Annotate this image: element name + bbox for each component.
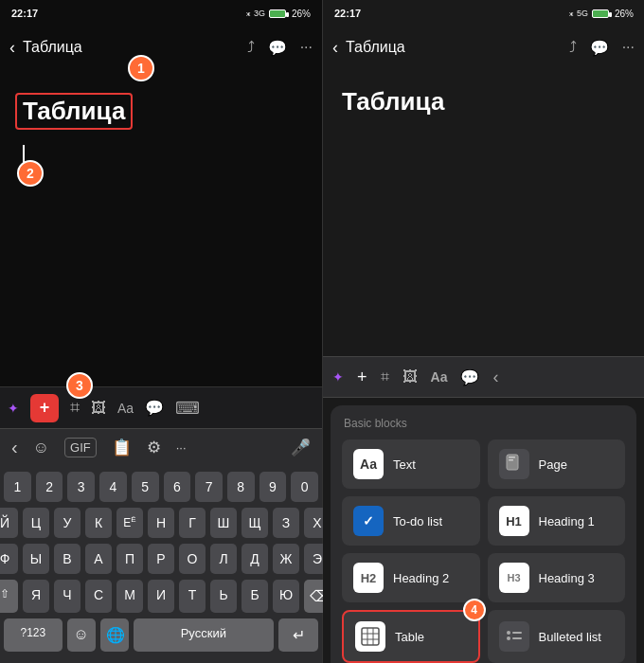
key-9[interactable]: 9: [259, 472, 287, 502]
back-button-left[interactable]: ‹: [9, 38, 15, 58]
key-д[interactable]: Д: [242, 544, 268, 574]
key-5[interactable]: 5: [132, 472, 159, 502]
shift-key[interactable]: ⇧: [0, 580, 18, 613]
crop-icon-left[interactable]: ⌗: [70, 398, 80, 418]
key-7[interactable]: 7: [195, 472, 223, 502]
globe-key[interactable]: 🌐: [100, 618, 129, 652]
key-м[interactable]: С: [85, 580, 112, 613]
block-table[interactable]: 4 Table: [342, 610, 480, 663]
space-key[interactable]: Русский: [134, 618, 274, 652]
block-text[interactable]: Aa Text: [342, 439, 480, 489]
block-icon-text: Aa: [353, 449, 384, 479]
key-п[interactable]: П: [116, 544, 143, 574]
key-к[interactable]: К: [85, 508, 112, 538]
badge-4: 4: [463, 599, 486, 621]
clipboard-icon[interactable]: 📋: [112, 438, 132, 457]
key-ь[interactable]: Т: [179, 580, 206, 613]
key-ш[interactable]: Ш: [210, 508, 237, 538]
chat-icon-left[interactable]: 💬: [268, 39, 287, 57]
key-в[interactable]: В: [54, 544, 80, 574]
key-ю2[interactable]: Ю: [273, 580, 299, 613]
content-area-right: Таблица: [323, 68, 644, 356]
svg-rect-1: [509, 457, 515, 458]
key-с[interactable]: Ч: [54, 580, 80, 613]
key-3[interactable]: 3: [67, 472, 95, 502]
block-icon-page: [499, 449, 529, 479]
enter-key[interactable]: ↵: [278, 618, 318, 652]
more-icon-right[interactable]: ···: [622, 39, 635, 56]
key-б[interactable]: Ь: [210, 580, 237, 613]
more-toolbar2[interactable]: ···: [176, 440, 187, 455]
share-icon-left[interactable]: ⤴: [247, 39, 255, 56]
emoji-key[interactable]: ☺: [67, 618, 96, 652]
badge-1: 1: [128, 55, 154, 81]
back-button-right[interactable]: ‹: [332, 38, 338, 58]
add-icon-right[interactable]: +: [357, 367, 367, 387]
numeric-key[interactable]: ?123: [4, 618, 63, 652]
key-н[interactable]: Н: [148, 508, 174, 538]
add-button-left[interactable]: +: [30, 394, 59, 422]
key-6[interactable]: 6: [164, 472, 191, 502]
mic-icon-left[interactable]: 🎤: [291, 438, 311, 457]
block-label-h3: Heading 3: [539, 571, 595, 585]
image-icon-left[interactable]: 🖼: [91, 400, 106, 417]
more-icon-left[interactable]: ···: [300, 39, 313, 56]
block-bulleted[interactable]: Bulleted list: [488, 610, 626, 663]
key-й[interactable]: Й: [0, 508, 18, 538]
key-ю[interactable]: Б: [242, 580, 268, 613]
svg-point-9: [507, 636, 510, 640]
chat-icon-right[interactable]: 💬: [590, 39, 609, 57]
block-h3[interactable]: H3 Heading 3: [488, 553, 626, 602]
key-г[interactable]: Г: [179, 508, 206, 538]
key-1[interactable]: 1: [4, 472, 31, 502]
block-icon-h1: H1: [499, 506, 529, 536]
time-right: 22:17: [334, 8, 361, 19]
block-todo[interactable]: ✓ To-do list: [342, 496, 480, 546]
block-icon-h2: H2: [353, 563, 384, 593]
key-0[interactable]: 0: [291, 472, 318, 502]
key-ы[interactable]: Ы: [23, 544, 49, 574]
key-ц[interactable]: Ц: [23, 508, 49, 538]
comment-icon-left[interactable]: 💬: [145, 399, 164, 417]
doc-title-right[interactable]: Таблица: [342, 87, 444, 116]
key-8[interactable]: 8: [227, 472, 255, 502]
back-icon-toolbar2[interactable]: ‹: [11, 437, 18, 458]
key-е[interactable]: ЕË: [116, 508, 143, 538]
key-о[interactable]: О: [179, 544, 206, 574]
sparkle-icon-left[interactable]: ✦: [8, 401, 19, 416]
comment-icon-right[interactable]: 💬: [460, 368, 479, 386]
image-icon-right[interactable]: 🖼: [402, 368, 418, 385]
chevron-icon-right[interactable]: ‹: [492, 367, 498, 387]
key-т[interactable]: И: [148, 580, 174, 613]
key-ж[interactable]: Ж: [273, 544, 299, 574]
text-aa-right[interactable]: Aa: [431, 369, 448, 385]
keyboard-icon-left[interactable]: ⌨: [175, 398, 200, 419]
key-2[interactable]: 2: [36, 472, 63, 502]
svg-rect-10: [512, 632, 522, 634]
key-а[interactable]: А: [85, 544, 112, 574]
block-h2[interactable]: H2 Heading 2: [342, 553, 480, 602]
share-icon-right[interactable]: ⤴: [569, 39, 577, 56]
sparkle-icon-right[interactable]: ✦: [332, 369, 344, 385]
key-щ[interactable]: Щ: [242, 508, 268, 538]
content-area-left: 1 Таблица 2: [0, 68, 322, 386]
key-ч[interactable]: Я: [23, 580, 49, 613]
gear-icon-left[interactable]: ⚙: [147, 438, 161, 457]
key-ф[interactable]: Ф: [0, 544, 18, 574]
key-з[interactable]: З: [273, 508, 299, 538]
gif-button[interactable]: GIF: [64, 438, 97, 457]
text-aa-left[interactable]: Aa: [117, 401, 134, 416]
key-л[interactable]: Л: [210, 544, 237, 574]
nav-icons-right: ⤴ 💬 ···: [569, 39, 635, 57]
key-и[interactable]: М: [116, 580, 143, 613]
key-р[interactable]: Р: [148, 544, 174, 574]
key-4[interactable]: 4: [99, 472, 127, 502]
doc-title-left[interactable]: Таблица: [15, 93, 133, 130]
block-h1[interactable]: H1 Heading 1: [488, 496, 626, 546]
keyboard-row-5: ?123 ☺ 🌐 Русский ↵: [4, 618, 318, 652]
crop-icon-right[interactable]: ⌗: [381, 368, 389, 385]
block-page[interactable]: Page: [488, 439, 626, 489]
block-label-text: Text: [393, 457, 416, 472]
emoji-icon-toolbar2[interactable]: ☺: [33, 439, 49, 457]
key-у[interactable]: У: [54, 508, 80, 538]
